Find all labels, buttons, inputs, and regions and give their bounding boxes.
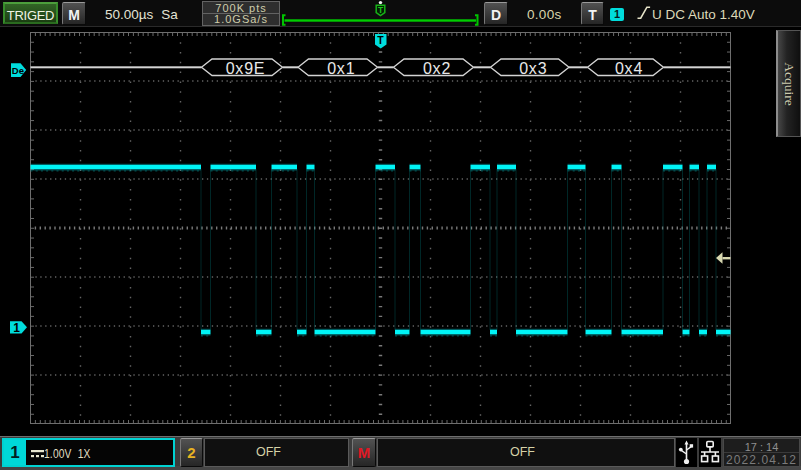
svg-text:T: T <box>377 34 384 46</box>
svg-text:0x4: 0x4 <box>615 60 643 77</box>
svg-text:0x9E: 0x9E <box>226 60 266 77</box>
svg-text:0x2: 0x2 <box>423 60 451 77</box>
svg-text:1: 1 <box>13 321 20 335</box>
svg-text:De: De <box>12 65 24 76</box>
svg-text:0x1: 0x1 <box>327 60 355 77</box>
svg-text:0x3: 0x3 <box>519 60 547 77</box>
